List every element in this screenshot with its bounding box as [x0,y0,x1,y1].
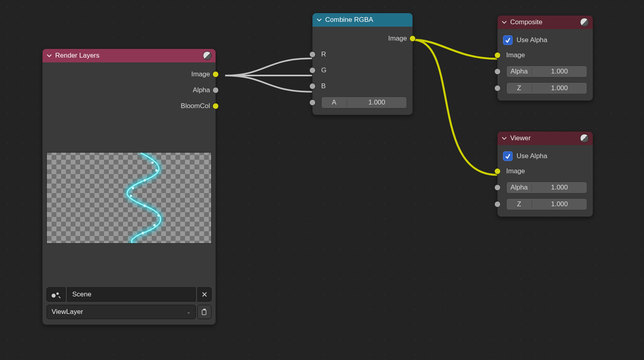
check-icon [505,37,511,43]
svg-rect-11 [202,310,206,315]
input-r-row: R [312,46,413,62]
clipboard-icon [201,308,208,315]
output-label: Image [191,70,210,78]
value-number: 1.000 [532,84,587,92]
value-label: A [322,99,347,106]
chevron-down-icon: ⌄ [187,309,191,315]
svg-point-5 [143,205,146,207]
svg-point-1 [155,169,158,172]
output-label: Image [388,35,407,43]
svg-point-10 [56,292,59,295]
output-bloom-row: BloomCol [42,98,216,114]
alpha-value-field[interactable]: Alpha 1.000 [506,182,587,194]
material-icon [580,134,589,143]
z-input-socket[interactable] [494,85,501,91]
output-alpha-row: Alpha [42,82,216,98]
node-header[interactable]: Composite [497,15,593,29]
viewer-node[interactable]: Viewer Use Alpha Image Alpha 1.000 Z 1.0… [497,131,593,217]
input-label: G [321,66,326,74]
svg-point-8 [142,232,144,234]
combine-rgba-node[interactable]: Combine RGBA Image R G B A 1.000 [312,13,413,115]
a-value-field[interactable]: A 1.000 [321,97,407,108]
svg-rect-12 [203,309,206,310]
svg-point-4 [130,195,132,197]
node-title: Combine RGBA [325,16,409,24]
svg-point-9 [52,294,56,298]
image-input-socket[interactable] [494,52,501,58]
check-icon [505,153,511,159]
input-g-row: G [312,62,413,78]
output-image-row: Image [312,31,413,46]
svg-point-2 [143,179,146,182]
input-label: B [321,82,326,90]
input-label: Image [506,51,525,59]
z-input-socket[interactable] [494,201,501,207]
use-alpha-label: Use Alpha [517,36,548,44]
input-z-row: Z 1.000 [497,80,593,97]
a-input-socket[interactable] [309,99,316,106]
bloom-output-socket[interactable] [212,103,219,109]
view-layer-label: ViewLayer [52,308,83,316]
close-icon [202,292,207,297]
node-title: Render Layers [55,52,203,60]
node-title: Composite [510,18,580,26]
image-output-socket[interactable] [409,35,416,42]
use-alpha-row[interactable]: Use Alpha [497,149,593,163]
use-alpha-label: Use Alpha [517,152,548,160]
input-alpha-row: Alpha 1.000 [497,63,593,80]
node-header[interactable]: Render Layers [42,49,216,62]
image-input-socket[interactable] [494,168,501,174]
alpha-input-socket[interactable] [494,184,501,191]
chevron-down-icon [501,19,507,25]
scene-datablock-icon[interactable] [46,287,66,302]
chevron-down-icon [316,17,322,23]
node-header[interactable]: Combine RGBA [312,13,413,27]
input-image-row: Image [497,47,593,63]
composite-node[interactable]: Composite Use Alpha Image Alpha 1.000 Z … [497,15,593,101]
input-image-row: Image [497,163,593,179]
g-input-socket[interactable] [309,67,316,74]
value-label: Alpha [507,68,532,75]
value-label: Z [507,200,532,208]
alpha-input-socket[interactable] [494,68,501,75]
svg-point-6 [157,214,160,217]
input-z-row: Z 1.000 [497,196,593,213]
render-button[interactable] [197,305,212,319]
view-layer-row: ViewLayer ⌄ [42,303,216,321]
render-layers-node[interactable]: Render Layers Image Alpha BloomCol [42,48,216,325]
render-preview [46,152,212,244]
input-alpha-row: Alpha 1.000 [497,179,593,196]
output-image-row: Image [42,66,216,82]
z-value-field[interactable]: Z 1.000 [506,82,587,94]
input-label: Image [506,167,525,175]
value-number: 1.000 [532,68,587,75]
use-alpha-checkbox[interactable] [503,35,513,45]
chevron-down-icon [501,135,507,141]
value-number: 1.000 [532,200,587,208]
svg-point-3 [132,187,134,189]
z-value-field[interactable]: Z 1.000 [506,198,587,210]
output-label: Alpha [193,86,210,94]
input-a-row: A 1.000 [312,94,413,111]
b-input-socket[interactable] [309,83,316,89]
svg-point-7 [153,224,156,226]
value-label: Alpha [507,184,532,192]
output-label: BloomCol [181,102,210,110]
clear-scene-button[interactable] [197,287,212,302]
scene-field-row [42,286,216,303]
material-icon [203,51,212,60]
input-b-row: B [312,78,413,94]
value-number: 1.000 [347,99,407,106]
svg-point-0 [151,161,154,164]
node-header[interactable]: Viewer [497,132,593,145]
view-layer-dropdown[interactable]: ViewLayer ⌄ [46,305,196,319]
r-input-socket[interactable] [309,51,316,58]
node-title: Viewer [510,134,580,142]
image-output-socket[interactable] [212,71,219,77]
use-alpha-row[interactable]: Use Alpha [497,33,593,47]
alpha-output-socket[interactable] [212,87,219,93]
scene-input[interactable] [67,287,196,302]
use-alpha-checkbox[interactable] [503,151,513,161]
material-icon [580,18,589,27]
alpha-value-field[interactable]: Alpha 1.000 [506,66,587,77]
